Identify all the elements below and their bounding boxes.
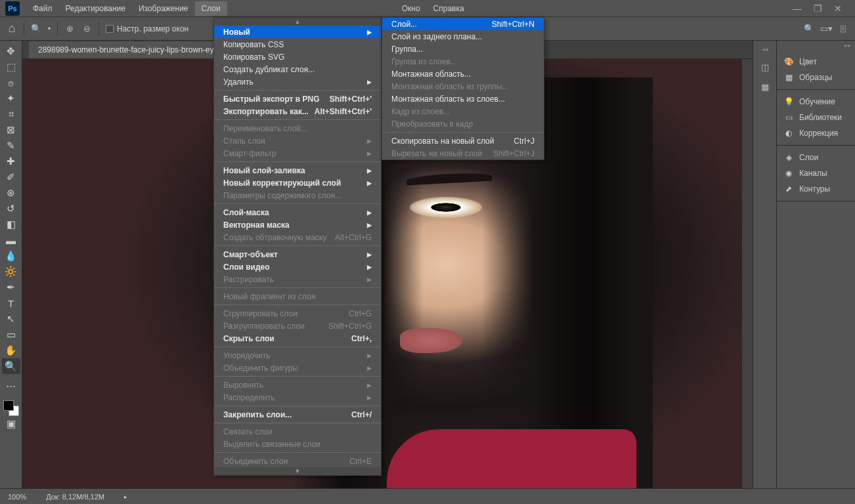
- doc-info[interactable]: Док: 8,12M/8,12M: [46, 493, 104, 501]
- menu-item[interactable]: Скопировать на новый слойCtrl+J: [382, 135, 544, 147]
- panel-collapse-icon[interactable]: ◂◂: [762, 46, 768, 52]
- menu-item: Упорядочить▶: [214, 349, 381, 362]
- menu-separator: [214, 287, 381, 288]
- maximize-icon[interactable]: ❐: [814, 3, 822, 14]
- panel-adjustments[interactable]: ◐Коррекция: [777, 125, 855, 141]
- zoom-level[interactable]: 100%: [8, 493, 26, 501]
- search-icon[interactable]: 🔍: [804, 24, 814, 34]
- right-icon-rail: ◂◂ ◫ ▦: [753, 41, 776, 488]
- menu-separator: [214, 245, 381, 246]
- shortcut-label: Alt+Ctrl+G: [335, 233, 372, 242]
- blur-tool[interactable]: 💧: [2, 248, 20, 264]
- adjustments-icon[interactable]: ▦: [760, 81, 770, 92]
- panel-channels[interactable]: ◉Каналы: [777, 165, 855, 181]
- menu-separator: [382, 132, 544, 133]
- scroll-down-icon[interactable]: ▼: [214, 467, 381, 475]
- submenu-arrow-icon: ▶: [367, 180, 372, 186]
- frame-tool[interactable]: ⊠: [2, 122, 20, 138]
- healing-tool[interactable]: ✚: [2, 154, 20, 169]
- panel-color[interactable]: 🎨Цвет: [777, 54, 855, 70]
- menu-item[interactable]: Монтажная область...: [382, 68, 544, 80]
- menu-item: Создать обтравочную маскуAlt+Ctrl+G: [214, 231, 381, 243]
- menu-item[interactable]: Экспортировать как...Alt+Shift+Ctrl+': [214, 105, 381, 117]
- panel-swatches[interactable]: ▦Образцы: [777, 70, 855, 85]
- menu-item[interactable]: Слой-маска▶: [214, 206, 381, 219]
- menu-item[interactable]: Новый слой-заливка▶: [214, 164, 381, 177]
- menu-item[interactable]: Новый корректирующий слой▶: [214, 177, 381, 189]
- move-tool[interactable]: ✥: [2, 43, 20, 59]
- menu-item[interactable]: Монтажная область из слоев...: [382, 93, 544, 105]
- path-tool[interactable]: ↖: [2, 311, 20, 327]
- scroll-up-icon[interactable]: ▲: [214, 18, 381, 26]
- resize-windows-checkbox[interactable]: Настр. размер окон: [106, 24, 188, 33]
- menu-item: Разгруппировать слоиShift+Ctrl+G: [214, 320, 381, 332]
- quick-select-tool[interactable]: ✦: [2, 91, 20, 106]
- menu-item[interactable]: Закрепить слои...Ctrl+/: [214, 408, 381, 421]
- home-icon[interactable]: ⌂: [7, 24, 17, 34]
- menu-separator: [214, 203, 381, 204]
- properties-icon[interactable]: ◫: [760, 62, 770, 72]
- menu-item[interactable]: Группа...: [382, 43, 544, 55]
- menu-item[interactable]: Создать дубликат слоя...: [214, 63, 381, 75]
- minimize-icon[interactable]: —: [793, 3, 802, 14]
- brush-tool[interactable]: ✐: [2, 169, 20, 185]
- history-brush-tool[interactable]: ↺: [2, 201, 20, 217]
- menu-item[interactable]: Удалить▶: [214, 75, 381, 88]
- menu-file[interactable]: Файл: [26, 1, 59, 16]
- menu-help[interactable]: Справка: [427, 1, 471, 16]
- zoom-out-icon[interactable]: ⊖: [81, 24, 92, 34]
- menu-item[interactable]: Слой из заднего плана...: [382, 30, 544, 43]
- menu-layers[interactable]: Слои: [195, 1, 227, 16]
- menu-item: Объединить слоиCtrl+E: [214, 455, 381, 467]
- clone-tool[interactable]: ⊛: [2, 185, 20, 201]
- share-icon[interactable]: ⍐: [838, 24, 848, 34]
- menu-item[interactable]: Векторная маска▶: [214, 219, 381, 231]
- zoom-in-icon[interactable]: ⊕: [64, 24, 75, 34]
- menu-image[interactable]: Изображение: [132, 1, 195, 16]
- zoom-tool-icon[interactable]: 🔍: [31, 24, 41, 34]
- eraser-tool[interactable]: ◧: [2, 217, 20, 232]
- menu-item[interactable]: Слой...Shift+Ctrl+N: [382, 18, 544, 30]
- shape-tool[interactable]: ▭: [2, 327, 20, 343]
- panel-libraries[interactable]: ▭Библиотеки: [777, 110, 855, 125]
- close-icon[interactable]: ✕: [834, 3, 842, 14]
- menu-item: Вырезать на новый слойShift+Ctrl+J: [382, 147, 544, 159]
- pen-tool[interactable]: ✒: [2, 280, 20, 295]
- type-tool[interactable]: T: [2, 295, 20, 311]
- doc-info-arrow-icon[interactable]: ▸: [124, 494, 127, 500]
- workspace-icon[interactable]: ▭▾: [821, 24, 831, 34]
- menu-edit[interactable]: Редактирование: [59, 1, 132, 16]
- dropdown-icon[interactable]: ▾: [48, 26, 51, 32]
- panel-layers[interactable]: ◈Слои: [777, 150, 855, 165]
- lasso-tool[interactable]: ⌾: [2, 75, 20, 91]
- marquee-tool[interactable]: ⬚: [2, 59, 20, 75]
- shortcut-label: Ctrl+J: [514, 136, 535, 146]
- zoom-tool[interactable]: 🔍: [2, 358, 20, 374]
- eyedropper-tool[interactable]: ✎: [2, 138, 20, 154]
- menu-item[interactable]: Копировать CSS: [214, 38, 381, 51]
- panel-collapse-icon[interactable]: ▸▸: [777, 41, 855, 50]
- menu-item[interactable]: Смарт-объект▶: [214, 248, 381, 261]
- submenu-arrow-icon: ▶: [367, 352, 372, 359]
- document-tab[interactable]: 2898989-women-brunette-face-juicy-lips-b…: [29, 41, 227, 58]
- crop-tool[interactable]: ⌗: [2, 106, 20, 122]
- panel-learn[interactable]: 💡Обучение: [777, 94, 855, 110]
- libraries-icon: ▭: [783, 113, 794, 122]
- color-swatch[interactable]: [3, 400, 19, 416]
- screen-mode-icon[interactable]: ▣: [2, 416, 20, 432]
- menu-item[interactable]: Копировать SVG: [214, 51, 381, 63]
- panel-paths[interactable]: ⬈Контуры: [777, 181, 855, 197]
- menu-item[interactable]: Скрыть слоиCtrl+,: [214, 332, 381, 345]
- menu-separator: [214, 346, 381, 347]
- vertical-scrollbar[interactable]: [742, 59, 753, 488]
- menu-item[interactable]: Новый▶: [214, 26, 381, 38]
- gradient-tool[interactable]: ▬: [2, 232, 20, 248]
- menu-item[interactable]: Слои видео▶: [214, 261, 381, 273]
- right-panels: ▸▸ 🎨Цвет ▦Образцы 💡Обучение ▭Библиотеки …: [776, 41, 855, 488]
- menu-window[interactable]: Окно: [395, 1, 427, 16]
- menu-item[interactable]: Быстрый экспорт в PNGShift+Ctrl+': [214, 93, 381, 105]
- menu-item: Растрировать▶: [214, 273, 381, 285]
- dodge-tool[interactable]: 🔆: [2, 264, 20, 280]
- hand-tool[interactable]: ✋: [2, 343, 20, 358]
- edit-toolbar-icon[interactable]: ⋯: [2, 378, 20, 394]
